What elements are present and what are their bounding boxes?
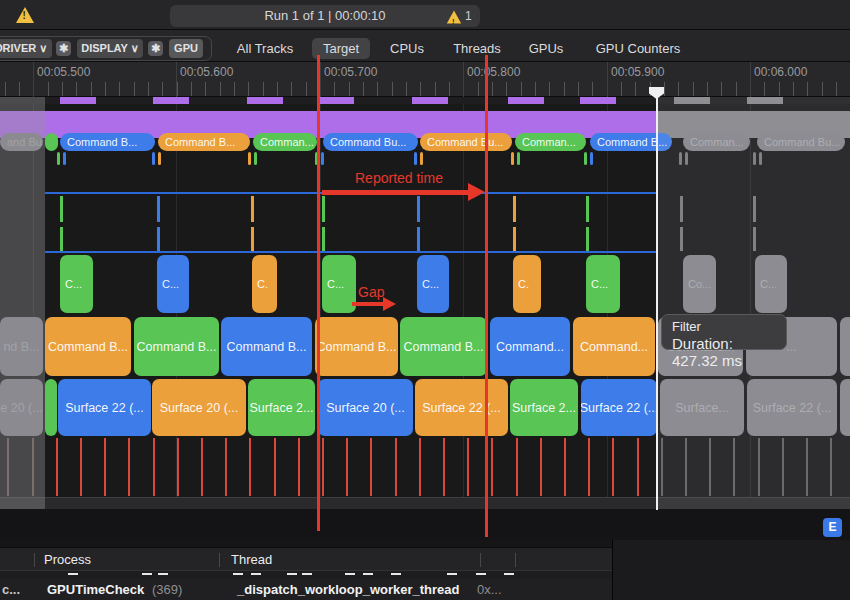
ruler-minor-tick <box>578 82 579 96</box>
ruler-minor-tick <box>435 82 436 96</box>
command-buffer-block[interactable]: Command B... <box>221 317 312 376</box>
ruler-minor-tick <box>119 82 120 96</box>
surface-block[interactable] <box>45 379 57 436</box>
tooltip-duration: Duration: 427.32 ms <box>672 335 776 369</box>
event-line <box>417 227 420 251</box>
command-buffer-capsule[interactable]: Comman... <box>253 133 317 151</box>
tab-cpus[interactable]: CPUs <box>384 38 430 59</box>
ruler-minor-tick <box>62 82 63 96</box>
column-divider[interactable] <box>34 553 35 567</box>
command-buffer-capsule[interactable]: Command Bu... <box>420 133 512 151</box>
command-buffer-block[interactable]: Command B... <box>134 317 219 376</box>
gpu-block-small[interactable]: C. <box>513 255 541 313</box>
ruler-minor-tick <box>764 82 765 96</box>
command-buffer-capsule[interactable]: Command B... <box>158 133 250 151</box>
ruler-minor-tick <box>549 82 550 96</box>
gpu-block-small[interactable]: C... <box>322 255 356 313</box>
vsync-tick <box>249 438 251 496</box>
gpu-block-small[interactable]: C... <box>417 255 449 313</box>
column-divider[interactable] <box>219 553 220 567</box>
control-gpu-button[interactable]: GPU <box>169 39 203 58</box>
vsync-tick <box>153 438 155 496</box>
ruler-minor-tick <box>191 82 192 96</box>
surface-block[interactable]: Surface 22 (... <box>581 379 657 436</box>
ruler-time-label: 00:05.800 <box>467 65 520 79</box>
column-divider[interactable] <box>515 553 516 567</box>
ruler-minor-tick <box>535 82 536 96</box>
warning-icon[interactable] <box>16 7 34 23</box>
tab-target[interactable]: Target <box>312 38 370 59</box>
ruler-minor-tick <box>205 82 206 96</box>
partial-row-dash <box>391 573 401 575</box>
ruler-minor-tick <box>76 82 77 96</box>
command-buffer-capsule[interactable] <box>45 133 58 151</box>
e-badge[interactable]: E <box>823 518 842 537</box>
vsync-peak <box>247 97 283 104</box>
surface-block[interactable]: Surface 22 (... <box>58 379 151 436</box>
vsync-tick <box>637 438 639 496</box>
ruler-minor-tick <box>277 82 278 96</box>
command-buffer-capsule[interactable]: Comman... <box>515 133 586 151</box>
surface-block[interactable]: Surface 2... <box>510 379 578 436</box>
ruler-major-tick <box>750 62 751 97</box>
control-star-button[interactable]: ✱ <box>56 41 71 56</box>
tab-gpu-counters[interactable]: GPU Counters <box>582 38 694 59</box>
timeline-ruler[interactable]: 00:05.50000:05.60000:05.70000:05.80000:0… <box>0 62 850 97</box>
control-star-button[interactable]: ✱ <box>148 41 163 56</box>
control-display-dropdown[interactable]: DISPLAY ∨ <box>77 39 143 58</box>
vsync-tick <box>104 438 106 496</box>
table-row[interactable]: c... GPUTimeCheck (369) _dispatch_worklo… <box>0 579 612 600</box>
tab-threads[interactable]: Threads <box>443 38 511 59</box>
event-line <box>322 227 325 251</box>
surface-block[interactable]: Surface 2... <box>248 379 315 436</box>
annotation-line-end <box>485 55 488 537</box>
command-buffer-block[interactable]: Command B... <box>45 317 131 376</box>
ruler-minor-tick <box>5 82 6 96</box>
partial-row-dash <box>363 573 373 575</box>
partial-row-dash <box>68 573 78 575</box>
command-buffer-block[interactable]: Command... <box>490 317 570 376</box>
encoder-tick <box>57 152 60 165</box>
encoder-tick <box>321 152 324 165</box>
encoder-tick <box>584 152 587 165</box>
control-driver-dropdown[interactable]: DRIVER ∨ <box>0 39 52 58</box>
playhead-line[interactable] <box>656 88 658 510</box>
command-buffer-block[interactable]: Command B... <box>315 317 398 376</box>
partial-row-dash <box>447 573 457 575</box>
gpu-block-small[interactable]: C... <box>586 255 620 313</box>
command-buffer-capsule[interactable]: Command B... <box>60 133 155 151</box>
ruler-minor-tick <box>664 82 665 96</box>
surface-block[interactable]: Surface 20 (... <box>152 379 246 436</box>
ruler-major-tick <box>463 62 464 97</box>
vsync-tick <box>177 438 179 496</box>
vsync-peak <box>153 97 189 104</box>
track-gridline <box>463 97 464 497</box>
partial-row-dash <box>158 573 168 575</box>
vsync-tick <box>370 438 372 496</box>
surface-block[interactable]: Surface 22 (... <box>415 379 508 436</box>
tab-all-tracks[interactable]: All Tracks <box>230 38 300 59</box>
gpu-block-small[interactable]: C. <box>252 255 277 313</box>
command-buffer-capsule[interactable]: Command Bu... <box>323 133 418 151</box>
command-buffer-block[interactable]: Command... <box>573 317 655 376</box>
vsync-peak <box>318 97 354 104</box>
vsync-tick <box>395 438 397 496</box>
gpu-block-small[interactable]: C... <box>157 255 189 313</box>
vsync-tick <box>346 438 348 496</box>
ruler-minor-tick <box>822 82 823 96</box>
column-header-process[interactable]: Process <box>44 552 91 567</box>
event-line <box>417 196 420 222</box>
ruler-major-tick <box>607 62 608 97</box>
column-divider[interactable] <box>480 553 481 567</box>
minimap-gap <box>0 509 850 540</box>
surface-block[interactable]: Surface 20 (... <box>318 379 413 436</box>
gpu-block-small[interactable]: C... <box>60 255 93 313</box>
thread-name: _dispatch_workloop_worker_thread <box>237 582 460 597</box>
command-buffer-block[interactable]: Command B... <box>400 317 487 376</box>
tab-gpus[interactable]: GPUs <box>523 38 569 59</box>
run-status-pill[interactable]: Run 1 of 1 | 00:00:10 1 <box>170 5 480 27</box>
process-pid: (369) <box>152 582 182 597</box>
column-header-thread[interactable]: Thread <box>231 552 272 567</box>
reported-time-arrow <box>322 190 470 195</box>
instruments-window: Run 1 of 1 | 00:00:10 1 DRIVER ∨✱DISPLAY… <box>0 0 850 600</box>
